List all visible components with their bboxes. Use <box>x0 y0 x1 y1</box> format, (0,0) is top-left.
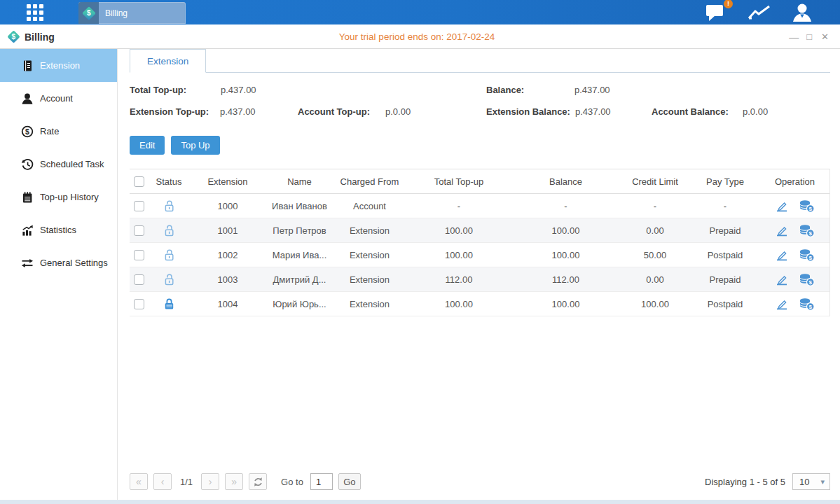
cell-name: Дмитрий Д... <box>266 267 333 292</box>
top-up-icon[interactable]: $ <box>799 273 815 286</box>
notification-badge: ! <box>724 0 733 8</box>
top-up-icon[interactable]: $ <box>799 248 815 262</box>
cell-balance: - <box>511 194 620 218</box>
cell-balance: 112.00 <box>511 267 620 292</box>
cell-extension: 1002 <box>189 243 266 267</box>
cell-credit-limit: 50.00 <box>620 243 690 267</box>
edit-icon[interactable] <box>775 224 789 237</box>
col-credit-limit: Credit Limit <box>620 169 690 194</box>
messages-icon[interactable]: ! <box>705 3 728 22</box>
row-checkbox[interactable] <box>134 299 144 309</box>
top-up-button[interactable]: Top Up <box>171 136 219 155</box>
sidebar-item-scheduled-task[interactable]: Scheduled Task <box>0 148 117 181</box>
cell-total-topup: 100.00 <box>406 292 511 316</box>
cell-pay-type: Prepaid <box>690 267 760 292</box>
extension-topup-label: Extension Top-up: <box>130 106 209 117</box>
tab-extension[interactable]: Extension <box>130 49 206 73</box>
cell-total-topup: 112.00 <box>406 267 511 292</box>
cell-credit-limit: 100.00 <box>620 292 690 316</box>
col-total-topup: Total Top-up <box>406 169 511 194</box>
minimize-button[interactable]: — <box>789 32 797 42</box>
sidebar-item-extension[interactable]: Extension <box>0 49 117 82</box>
table-row: 1001 Петр Петров Extension 100.00 100.00… <box>130 218 829 243</box>
col-balance: Balance <box>511 169 620 194</box>
maximize-button[interactable]: □ <box>806 32 812 41</box>
user-icon[interactable] <box>791 3 813 22</box>
cell-status <box>149 243 189 267</box>
billing-app-icon: $ <box>78 2 99 24</box>
desktop-topbar: $ Billing ! <box>0 0 840 24</box>
last-page-button[interactable]: » <box>225 473 243 490</box>
refresh-button[interactable] <box>249 473 267 490</box>
page-size-select[interactable]: 10 ▾ <box>792 473 830 490</box>
cell-extension: 1001 <box>189 218 266 243</box>
table-row: 1002 Мария Ива... Extension 100.00 100.0… <box>130 243 829 267</box>
status-unlocked-icon <box>163 224 175 237</box>
row-checkbox[interactable] <box>134 250 144 260</box>
edit-icon[interactable] <box>775 200 789 212</box>
displaying-text: Displaying 1 - 5 of 5 <box>705 477 785 487</box>
edit-icon[interactable] <box>775 273 789 286</box>
row-checkbox[interactable] <box>134 201 144 211</box>
select-all-checkbox[interactable] <box>134 176 144 187</box>
edit-button[interactable]: Edit <box>130 136 165 155</box>
svg-text:$: $ <box>809 304 813 310</box>
cell-total-topup: 100.00 <box>406 243 511 267</box>
cell-pay-type: Prepaid <box>690 218 760 243</box>
cell-balance: 100.00 <box>511 218 620 243</box>
cell-total-topup: - <box>406 194 511 218</box>
col-name: Name <box>266 169 333 194</box>
sidebar-item-label: Scheduled Task <box>40 159 104 169</box>
cell-name: Мария Ива... <box>266 243 333 267</box>
prev-page-button[interactable]: ‹ <box>153 473 172 490</box>
cell-balance: 100.00 <box>511 243 620 267</box>
cell-charged-from: Extension <box>333 267 406 292</box>
apps-grid-icon[interactable] <box>27 4 46 21</box>
cell-charged-from: Account <box>333 194 406 218</box>
bar-chart-icon <box>20 224 34 237</box>
svg-text:$: $ <box>809 206 813 212</box>
person-icon <box>20 92 34 105</box>
close-button[interactable]: ✕ <box>821 32 829 41</box>
dollar-circle-icon: $ <box>20 125 34 138</box>
window-titlebar: $ Billing Your trial period ends on: 201… <box>0 24 840 49</box>
row-checkbox[interactable] <box>134 274 144 285</box>
taskbar-item-billing[interactable]: $ Billing <box>78 2 186 24</box>
edit-icon[interactable] <box>775 248 789 261</box>
sidebar-item-statistics[interactable]: Statistics <box>0 214 117 246</box>
resource-monitor-icon[interactable] <box>747 4 772 22</box>
cell-credit-limit: 0.00 <box>620 267 690 292</box>
transfer-arrows-icon <box>20 257 34 270</box>
sidebar-item-general-settings[interactable]: General Settings <box>0 246 117 279</box>
cell-pay-type: - <box>690 194 760 218</box>
sidebar-item-rate[interactable]: $ Rate <box>0 115 117 148</box>
goto-page-input[interactable] <box>310 473 333 490</box>
sidebar-item-label: Rate <box>40 126 59 136</box>
go-button[interactable]: Go <box>338 473 361 490</box>
top-up-icon[interactable]: $ <box>799 298 815 311</box>
top-up-icon[interactable]: $ <box>799 224 815 237</box>
row-checkbox[interactable] <box>134 225 144 236</box>
sidebar-item-topup-history[interactable]: Top-up History <box>0 181 117 214</box>
edit-icon[interactable] <box>775 298 789 310</box>
account-topup-value: p.0.00 <box>385 106 411 117</box>
billing-app-window: $ Billing ! <box>0 0 840 504</box>
next-page-button[interactable]: › <box>201 473 219 490</box>
cell-extension: 1004 <box>189 292 266 316</box>
taskbar-item-label: Billing <box>105 8 128 18</box>
extension-table: Status Extension Name Charged From Total… <box>130 169 829 316</box>
trial-notice: Your trial period ends on: 2017-02-24 <box>339 24 495 49</box>
first-page-button[interactable]: « <box>130 473 148 490</box>
cell-charged-from: Extension <box>333 292 406 316</box>
sidebar-item-account[interactable]: Account <box>0 82 117 115</box>
main-content: Extension Total Top-up: p.437.00 Balance… <box>118 49 840 500</box>
cell-name: Юрий Юрь... <box>266 292 333 316</box>
top-up-icon[interactable]: $ <box>799 200 815 213</box>
chevron-down-icon: ▾ <box>820 477 825 486</box>
cell-pay-type: Postpaid <box>690 243 760 267</box>
goto-label: Go to <box>281 477 303 487</box>
svg-text:$: $ <box>809 255 813 261</box>
col-status: Status <box>149 169 189 194</box>
table-row: 1004 Юрий Юрь... Extension 100.00 100.00… <box>130 292 829 316</box>
sidebar-item-label: Extension <box>40 60 80 71</box>
